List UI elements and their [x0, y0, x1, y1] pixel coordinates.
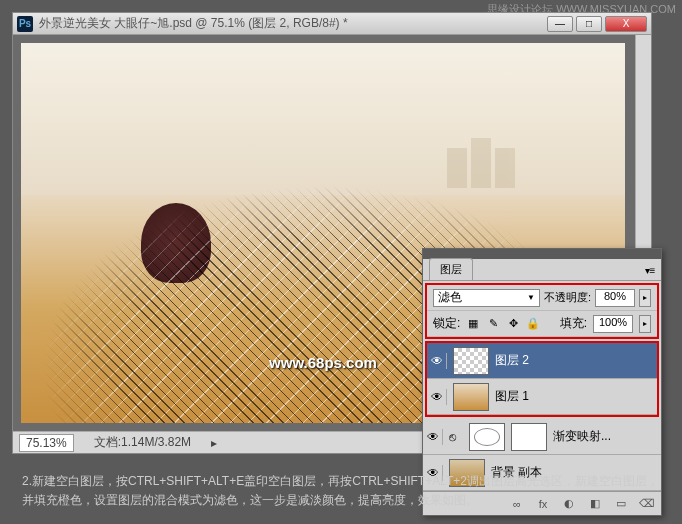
lock-transparent-icon[interactable]: ▦	[466, 317, 480, 331]
buildings	[445, 138, 565, 188]
opacity-label: 不透明度:	[544, 290, 591, 305]
layer-list: 👁 图层 2 👁 图层 1	[427, 343, 657, 415]
mask-thumbnail[interactable]	[511, 423, 547, 451]
minimize-button[interactable]: —	[547, 16, 573, 32]
layer-thumbnail[interactable]	[453, 383, 489, 411]
layer-item-1[interactable]: 👁 图层 1	[427, 379, 657, 415]
adjustment-thumbnail[interactable]	[469, 423, 505, 451]
layer-item-gradient-map[interactable]: 👁 ⎋ 渐变映射...	[423, 419, 661, 455]
visibility-eye-icon[interactable]: 👁	[431, 389, 447, 405]
tutorial-caption: 2.新建空白图层，按CTRL+SHIFT+ALT+E盖印空白图层，再按CTRL+…	[12, 466, 670, 516]
layer-name[interactable]: 渐变映射...	[553, 428, 657, 445]
fill-input[interactable]: 100%	[593, 315, 633, 333]
lock-pixels-icon[interactable]: ✎	[486, 317, 500, 331]
fill-label: 填充:	[560, 315, 587, 332]
maximize-button[interactable]: □	[576, 16, 602, 32]
layer-name[interactable]: 图层 2	[495, 352, 653, 369]
zoom-level[interactable]: 75.13%	[19, 434, 74, 452]
opacity-arrow-icon[interactable]: ▸	[639, 289, 651, 307]
visibility-eye-icon[interactable]: 👁	[431, 353, 447, 369]
window-title: 外景逆光美女 大眼仔~旭.psd @ 75.1% (图层 2, RGB/8#) …	[39, 15, 547, 32]
figure	[141, 203, 231, 323]
watermark-canvas: www.68ps.com	[269, 354, 377, 371]
layer-name[interactable]: 图层 1	[495, 388, 653, 405]
lock-all-icon[interactable]: 🔒	[526, 317, 540, 331]
layers-tab[interactable]: 图层	[429, 258, 473, 280]
visibility-eye-icon[interactable]: 👁	[427, 429, 443, 445]
blend-mode-value: 滤色	[438, 289, 462, 306]
title-bar[interactable]: Ps 外景逆光美女 大眼仔~旭.psd @ 75.1% (图层 2, RGB/8…	[13, 13, 651, 35]
blend-mode-dropdown[interactable]: 滤色 ▼	[433, 289, 540, 307]
layer-item-2[interactable]: 👁 图层 2	[427, 343, 657, 379]
chevron-down-icon: ▼	[527, 293, 535, 302]
panel-menu-icon[interactable]: ▾≡	[643, 263, 657, 277]
highlight-box-layers: 👁 图层 2 👁 图层 1	[425, 341, 659, 417]
opacity-input[interactable]: 80%	[595, 289, 635, 307]
info-arrow-icon[interactable]: ▸	[211, 436, 217, 450]
photoshop-icon: Ps	[17, 16, 33, 32]
layer-thumbnail[interactable]	[453, 347, 489, 375]
document-info: 文档:1.14M/3.82M	[94, 434, 191, 451]
highlight-box-top: 滤色 ▼ 不透明度: 80% ▸ 锁定: ▦ ✎ ✥ 🔒 填充: 100% ▸	[425, 283, 659, 339]
fill-arrow-icon[interactable]: ▸	[639, 315, 651, 333]
lock-label: 锁定:	[433, 315, 460, 332]
lock-position-icon[interactable]: ✥	[506, 317, 520, 331]
link-icon[interactable]: ⎋	[449, 430, 463, 444]
close-button[interactable]: X	[605, 16, 647, 32]
